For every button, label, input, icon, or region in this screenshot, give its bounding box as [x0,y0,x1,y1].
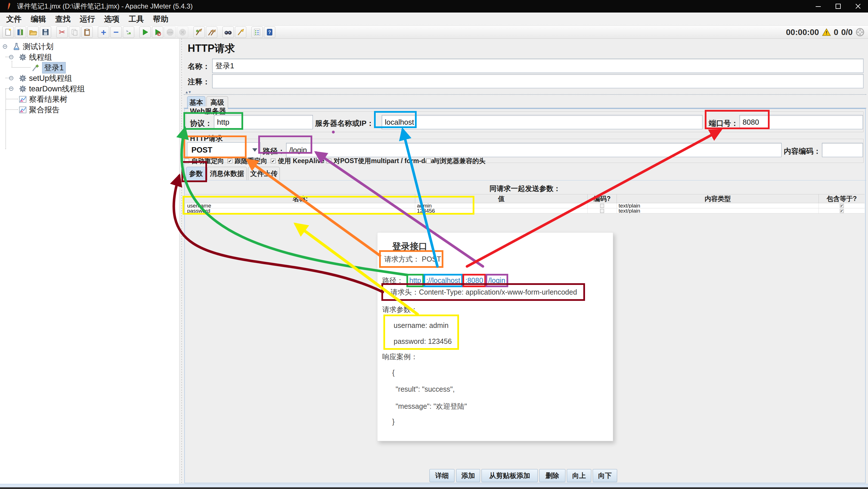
new-file-icon[interactable] [2,26,14,38]
doc-method-value: POST [422,255,441,263]
minimize-button[interactable] [808,0,828,12]
json-line: "result": "success", [396,385,455,393]
up-button[interactable]: 向上 [567,469,591,482]
menu-file[interactable]: 文件 [5,13,23,25]
checkbox[interactable] [426,159,431,163]
open-file-icon[interactable] [27,26,39,38]
view-results-tree-icon [19,95,27,103]
help-icon[interactable]: ? [264,26,275,38]
tree-item-label: 察看结果树 [29,94,67,105]
checkbox [600,209,604,213]
expand-toggle[interactable] [9,55,13,59]
run-status: 00:00:00 ! 0 0/0 [786,26,865,39]
server-name-label: 服务器名称或IP： [315,118,374,128]
menu-help[interactable]: 帮助 [151,13,170,25]
tree-item-teardown-thread-group[interactable]: tearDown线程组 [19,83,85,94]
name-input[interactable]: 登录1 [212,59,863,73]
option-multipart[interactable]: 对POST使用multipart / form-data [327,156,435,166]
option-keepalive[interactable]: ✔ 使用 KeepAlive [271,156,324,166]
name-label: 名称： [188,61,210,71]
menu-tools[interactable]: 工具 [127,13,146,25]
add-from-clipboard-button[interactable]: 从剪贴板添加 [482,469,538,482]
threads-indicator-icon [856,28,865,37]
menu-run[interactable]: 运行 [78,13,97,25]
expand-toggle[interactable] [9,76,13,80]
tab-body-data[interactable]: 消息体数据 [207,167,247,180]
close-button[interactable] [848,0,868,12]
search-icon[interactable] [222,26,234,38]
column-header-include-equals[interactable]: 包含等于? [819,194,865,203]
delete-button[interactable]: 删除 [539,469,565,482]
tree-item-label: setUp线程组 [29,73,72,83]
start-icon[interactable] [140,26,151,38]
tree-item-aggregate-report[interactable]: 聚合报告 [19,105,60,115]
down-button[interactable]: 向下 [593,469,617,482]
server-name-input[interactable]: localhost [382,115,703,129]
json-line: "message": "欢迎登陆" [396,402,467,411]
checkbox: ✔ [840,209,844,213]
tree-item-label: 聚合报告 [29,105,60,115]
maximize-button[interactable] [828,0,848,12]
annotation-box-protocol [183,112,243,130]
tree-item-test-plan[interactable]: 测试计划 [12,41,54,52]
expand-toggle[interactable] [3,45,7,49]
toggle-icon[interactable] [123,26,134,38]
doc-header-label: 请求头： [391,288,419,296]
teardown-thread-group-icon [19,85,27,93]
horizontal-splitter[interactable] [184,94,866,95]
add-icon[interactable]: + [98,26,109,38]
checkbox: ✔ [840,204,844,208]
path-input[interactable]: /login [286,143,781,157]
splitter-arrows[interactable]: ▲▼ [185,90,191,94]
tree-item-setup-thread-group[interactable]: setUp线程组 [19,73,72,83]
checkbox[interactable] [327,159,331,163]
doc-param-password: password: 123456 [394,337,452,346]
svg-text:?: ? [268,30,271,35]
column-header-encode[interactable]: 编码? [588,194,617,203]
error-count: 0 [834,28,838,37]
paste-icon[interactable] [81,26,93,38]
annotation-box-params-tab [181,161,207,182]
checkbox [600,204,604,208]
title-bar: 课件笔记1.jmx (D:\课件笔记1.jmx) - Apache JMeter… [0,0,868,12]
warning-icon[interactable]: ! [822,28,831,36]
stop-icon: STOP [164,26,176,38]
svg-text:STOP: STOP [167,32,173,34]
menu-options[interactable]: 选项 [102,13,121,25]
column-header-content-type[interactable]: 内容类型 [617,194,819,203]
doc-header-annotation-box: 请求头：Content-Type: application/x-www-form… [381,283,585,301]
clear-all-icon[interactable] [206,26,217,38]
detail-button[interactable]: 详细 [429,469,455,482]
comment-input[interactable] [212,74,863,88]
copy-icon[interactable] [69,26,80,38]
remove-icon[interactable]: − [110,26,122,38]
open-templates-icon[interactable] [15,26,26,38]
tree-item-view-results-tree[interactable]: 察看结果树 [19,94,67,105]
tree-item-thread-group[interactable]: 线程组 [19,52,52,62]
add-button[interactable]: 添加 [456,469,480,482]
doc-method-annotation-box: 请求方式： POST [379,250,443,268]
checkbox[interactable]: ✔ [271,159,276,163]
thread-ratio: 0/0 [841,28,852,37]
save-icon[interactable] [40,26,51,38]
expand-toggle[interactable] [9,87,13,91]
start-no-timers-icon[interactable] [152,26,163,38]
clear-icon[interactable] [193,26,205,38]
doc-param-username: username: admin [394,321,448,329]
json-line: } [392,418,395,426]
annotation-box-host [374,111,417,128]
search-reset-icon[interactable] [235,26,246,38]
checkbox[interactable]: ✔ [227,159,232,163]
svg-text:!: ! [826,30,827,36]
shutdown-icon [177,26,188,38]
function-helper-icon[interactable] [251,26,263,38]
tree-item-login-sampler[interactable]: 登录1 [32,62,66,73]
option-browser-compatible-headers[interactable]: 与浏览器兼容的头 [426,156,486,166]
menu-edit[interactable]: 编辑 [29,13,48,25]
cut-icon[interactable]: ✂ [56,26,68,38]
menu-search[interactable]: 查找 [54,13,72,25]
setup-thread-group-icon [19,74,27,82]
tree-item-label: 测试计划 [23,41,54,52]
tab-files-upload[interactable]: 文件上传 [248,167,280,180]
content-encoding-input[interactable] [822,143,863,157]
